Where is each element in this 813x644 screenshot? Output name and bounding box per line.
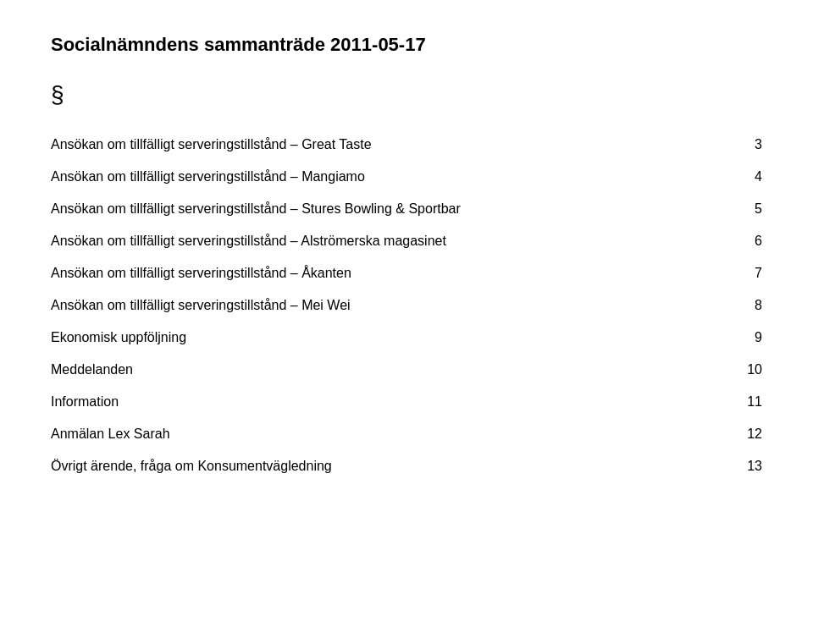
toc-item-label: Information (51, 386, 691, 418)
toc-row: Ansökan om tillfälligt serveringstillstå… (51, 289, 762, 322)
toc-item-page: 7 (691, 257, 762, 289)
toc-row: Meddelanden10 (51, 354, 762, 386)
toc-item-page: 3 (691, 129, 762, 161)
toc-item-page: 11 (691, 386, 762, 418)
toc-item-page: 13 (691, 450, 762, 482)
toc-row: Ansökan om tillfälligt serveringstillstå… (51, 257, 762, 289)
toc-item-label: Ansökan om tillfälligt serveringstillstå… (51, 257, 691, 289)
toc-item-label: Ansökan om tillfälligt serveringstillstå… (51, 289, 691, 322)
toc-row: Ansökan om tillfälligt serveringstillstå… (51, 129, 762, 161)
toc-row: Ansökan om tillfälligt serveringstillstå… (51, 161, 762, 193)
toc-row: Övrigt ärende, fråga om Konsumentvägledn… (51, 450, 762, 482)
toc-item-label: Ansökan om tillfälligt serveringstillstå… (51, 225, 691, 257)
toc-item-page: 5 (691, 193, 762, 225)
toc-item-page: 8 (691, 289, 762, 322)
toc-row: Ansökan om tillfälligt serveringstillstå… (51, 225, 762, 257)
page-title: Socialnämndens sammanträde 2011-05-17 (51, 34, 762, 56)
toc-item-label: Övrigt ärende, fråga om Konsumentvägledn… (51, 450, 691, 482)
toc-table: Ansökan om tillfälligt serveringstillstå… (51, 129, 762, 482)
toc-row: Information11 (51, 386, 762, 418)
toc-item-page: 4 (691, 161, 762, 193)
toc-item-label: Ansökan om tillfälligt serveringstillstå… (51, 193, 691, 225)
toc-item-label: Ansökan om tillfälligt serveringstillstå… (51, 161, 691, 193)
toc-row: Ekonomisk uppföljning9 (51, 322, 762, 354)
toc-item-page: 12 (691, 418, 762, 450)
toc-item-label: Ansökan om tillfälligt serveringstillstå… (51, 129, 691, 161)
toc-row: Ansökan om tillfälligt serveringstillstå… (51, 193, 762, 225)
toc-item-label: Meddelanden (51, 354, 691, 386)
section-symbol: § (51, 81, 762, 108)
toc-item-page: 9 (691, 322, 762, 354)
toc-item-label: Anmälan Lex Sarah (51, 418, 691, 450)
toc-item-label: Ekonomisk uppföljning (51, 322, 691, 354)
toc-row: Anmälan Lex Sarah12 (51, 418, 762, 450)
toc-item-page: 10 (691, 354, 762, 386)
toc-item-page: 6 (691, 225, 762, 257)
